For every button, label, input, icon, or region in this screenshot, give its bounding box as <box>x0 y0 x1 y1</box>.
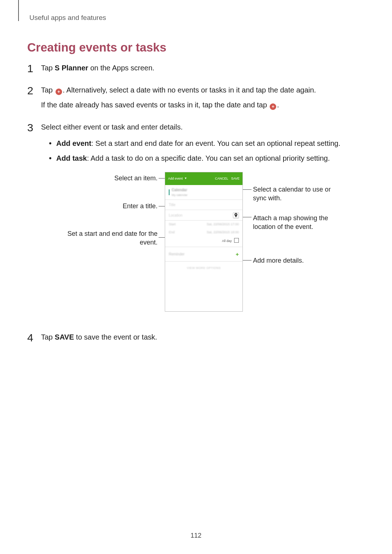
dropdown-add-event[interactable]: Add event <box>168 176 183 181</box>
start-row[interactable]: Start Sat, 22/06/2015 17:00 <box>169 221 239 229</box>
reminder-label: Reminder <box>169 251 184 257</box>
end-row[interactable]: End Sat, 22/06/2015 18:00 <box>169 229 239 237</box>
end-value: Sat, 22/06/2015 18:00 <box>183 230 239 235</box>
step-bold: S Planner <box>55 64 88 72</box>
reminder-row[interactable]: Reminder + <box>165 247 242 262</box>
leader-line <box>243 217 252 217</box>
step-text: Tap <box>41 64 55 72</box>
bullet-bold: Add event <box>56 139 91 147</box>
title-placeholder: Title <box>169 202 176 208</box>
step-number: 4 <box>27 329 38 346</box>
view-more-options[interactable]: VIEW MORE OPTIONS <box>165 262 242 275</box>
section-heading: Creating events or tasks <box>27 41 365 54</box>
location-pin-icon[interactable] <box>233 212 239 218</box>
step-number: 3 <box>27 119 38 136</box>
callout-attach-map: Attach a map showing the location of the… <box>253 214 340 231</box>
end-label: End <box>169 230 183 235</box>
step-2: 2 Tap +. Alternatively, select a date wi… <box>27 85 365 111</box>
location-placeholder: Location <box>169 213 183 218</box>
dates-block: Start Sat, 22/06/2015 17:00 End Sat, 22/… <box>165 221 242 247</box>
cancel-button[interactable]: CANCEL <box>215 176 228 181</box>
callout-select-calendar: Select a calendar to use or sync with. <box>253 185 340 203</box>
figure: Select an item. Enter a title. Set a sta… <box>65 172 341 317</box>
calendar-row[interactable]: Calendar My calendar <box>165 185 242 200</box>
step-1: 1 Tap S Planner on the Apps screen. <box>27 62 365 74</box>
bullet-bold: Add task <box>56 154 87 162</box>
step-text: on the Apps screen. <box>88 64 154 72</box>
leader-line <box>243 260 252 260</box>
phone-header: Add event ▼ CANCEL SAVE <box>165 172 242 185</box>
step-bold: SAVE <box>55 333 74 341</box>
breadcrumb: Useful apps and features <box>29 14 365 22</box>
bullet-add-event: Add event: Set a start and end date for … <box>48 138 365 149</box>
plus-icon: + <box>270 103 276 110</box>
location-row[interactable]: Location <box>165 210 242 221</box>
chevron-down-icon: ▼ <box>184 176 187 181</box>
step-text: . Alternatively, select a date with no e… <box>63 86 316 94</box>
svg-point-0 <box>236 214 237 215</box>
bullet-add-task: Add task: Add a task to do on a specific… <box>48 153 365 164</box>
callout-add-details: Add more details. <box>253 256 340 265</box>
page-number: 112 <box>0 532 392 539</box>
title-row[interactable]: Title <box>165 200 242 210</box>
step-3: 3 Select either event or task and enter … <box>27 122 365 317</box>
callout-enter-title: Enter a title. <box>65 202 158 210</box>
plus-icon: + <box>56 89 62 95</box>
all-day-label: All day <box>222 239 232 243</box>
callout-set-dates: Set a start and end date for the event. <box>65 229 158 247</box>
calendar-label: Calendar <box>172 187 188 193</box>
calendar-color-bar <box>169 189 170 195</box>
bullet-text: : Add a task to do on a specific date. Y… <box>87 154 330 162</box>
callout-select-item: Select an item. <box>65 174 158 182</box>
leader-line <box>243 189 252 190</box>
step-4: 4 Tap SAVE to save the event or task. <box>27 332 365 343</box>
step-text: Tap <box>41 333 55 341</box>
step-number: 1 <box>27 60 38 77</box>
margin-rule <box>18 0 19 21</box>
bullet-text: : Set a start and end date for an event.… <box>91 139 340 147</box>
all-day-row[interactable]: All day <box>169 237 239 247</box>
save-button[interactable]: SAVE <box>231 176 240 181</box>
step-number: 2 <box>27 82 38 99</box>
step-text: If the date already has saved events or … <box>41 101 269 109</box>
add-reminder-plus-icon[interactable]: + <box>236 250 239 258</box>
calendar-sub: My calendar <box>172 193 188 197</box>
step-text: to save the event or task. <box>74 333 157 341</box>
all-day-checkbox[interactable] <box>234 238 239 243</box>
step-text: Select either event or task and enter de… <box>41 123 183 131</box>
phone-mock: Add event ▼ CANCEL SAVE Calendar My cale… <box>165 172 243 312</box>
start-value: Sat, 22/06/2015 17:00 <box>183 222 239 227</box>
step-text: Tap <box>41 86 55 94</box>
step-text: . <box>277 101 279 109</box>
start-label: Start <box>169 222 183 227</box>
